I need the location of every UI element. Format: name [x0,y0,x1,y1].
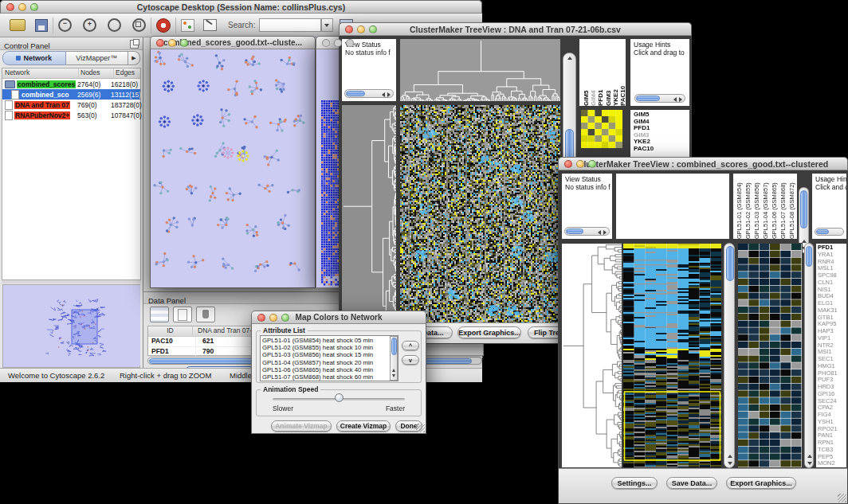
network-name: combined_scores [17,80,76,88]
speed-slider-thumb[interactable] [335,393,344,402]
usage-hints-text: Click and drag [815,183,846,191]
row-value: 790 [196,347,214,357]
help-lifering-icon[interactable] [156,18,171,33]
tv2-column-dendrogram[interactable] [615,173,730,240]
dialog-titlebar[interactable]: Map Colors to Network [251,311,426,324]
zoom-fit-icon[interactable] [108,18,121,32]
panel-splitter[interactable] [2,280,141,283]
minimize-button[interactable] [357,25,365,33]
close-button[interactable] [6,3,14,11]
network-view-window: combined_scores_good.txt--cluste... [150,36,316,288]
move-up-button[interactable]: ^ [402,341,419,350]
tv2-usage-hscrollbar[interactable] [815,228,844,236]
tv2-global-vscrollbar[interactable] [804,243,814,468]
zoom-button[interactable] [180,39,188,47]
minimize-button[interactable] [269,314,277,322]
minimize-button[interactable] [168,39,176,47]
tv1-heatmap[interactable] [399,104,561,336]
resize-grip[interactable] [838,494,846,502]
zoom-button[interactable] [281,314,289,322]
save-data-button[interactable]: Save Data... [666,477,717,489]
zoom-selected-icon[interactable] [132,18,146,32]
network-table-row[interactable]: DNA and Tran 07769(0)183728(0) [2,100,140,110]
column-label: GPL51-08 (GSM872) [788,174,795,239]
float-panel-icon[interactable] [130,40,139,49]
tv2-global-heatmap[interactable] [737,243,803,468]
tab-overflow-button[interactable]: ▶ [128,51,140,65]
zoom-button[interactable] [30,3,38,11]
attribute-item[interactable]: GPL51-02 (GSM855) heat shock 10 min [262,344,396,351]
col-edges[interactable]: Edges [114,68,140,78]
tv2-view-status-panel: View Status No status info f [561,173,613,240]
export-graphics-button[interactable]: Export Graphics... [726,477,796,489]
move-down-button[interactable]: v [402,355,419,365]
treeview1-titlebar[interactable]: ClusterMaker TreeView : DNA and Tran 07-… [339,22,692,36]
attribute-list[interactable]: GPL51-01 (GSM854) heat shock 05 minGPL51… [260,335,398,381]
settings-button[interactable]: Settings... [611,477,658,489]
col-nodes[interactable]: Nodes [79,68,114,78]
network-window-titlebar[interactable]: combined_scores_good.txt--cluste... [150,36,316,49]
network-graph-canvas[interactable] [151,49,315,287]
col-network[interactable]: Network [2,68,79,78]
attribute-item[interactable]: GPL51-01 (GSM854) heat shock 05 min [262,337,396,344]
network-edges: 183728(0) [111,101,142,109]
close-button[interactable] [156,39,164,47]
network-overview-canvas[interactable] [3,285,140,365]
treeview1-title: ClusterMaker TreeView : DNA and Tran 07-… [351,25,680,34]
tab-vizmapper[interactable]: VizMapper™ [66,51,129,65]
gene-label[interactable]: MON2 [818,460,846,467]
annotation-icon[interactable] [203,19,217,31]
tv2-row-dendrogram[interactable] [561,243,622,468]
close-button[interactable] [564,160,572,168]
network-overview-icon[interactable] [181,19,194,32]
attribute-list-vscrollbar[interactable] [390,336,398,381]
zoom-button[interactable] [369,25,377,33]
minimize-button[interactable] [18,3,26,11]
attribute-item[interactable]: GPL51-07 (GSM868) heat shock 60 min [262,373,396,381]
tv1-column-dendrogram[interactable] [399,38,561,102]
create-vizmap-button[interactable]: Create Vizmap [336,420,391,432]
tv1-status-hscrollbar[interactable] [344,89,394,98]
attribute-item[interactable]: GPL51-03 (GSM856) heat shock 15 min [262,351,396,358]
network-table-row[interactable]: combined_scores2764(0)16218(0) [2,79,140,89]
tv2-column-labels: GPL51-01 (GSM854)GPL51-02 (GSM855)GPL51-… [732,173,798,240]
window-controls[interactable] [6,3,38,11]
tv1-summary-matrix[interactable] [580,109,623,149]
close-button[interactable] [322,39,330,47]
attribute-item[interactable]: GPL51-04 (GSM857) heat shock 20 min [262,359,396,366]
close-button[interactable] [257,314,265,322]
animate-vizmap-button[interactable]: Animate Vizmap [271,420,332,432]
tv2-button-bar: Settings... Save Data... Export Graphics… [559,468,847,503]
save-icon[interactable] [35,19,48,32]
minimize-button[interactable] [576,160,584,168]
close-button[interactable] [345,25,353,33]
search-dropdown-icon[interactable] [321,18,333,32]
export-graphics-button[interactable]: Export Graphics... [457,326,521,338]
attribute-item[interactable]: GPL51-07 (GSM868) heat shock 60 min [262,381,396,381]
tv2-gene-labels: PFD1YRA1RNR4MSL1SPC98CLN1NIS1BUD4ELG1MAK… [815,243,847,468]
tv2-heatmap[interactable] [622,243,722,468]
zoom-out-icon[interactable]: − [58,18,72,32]
zoom-in-icon[interactable]: + [83,18,96,32]
new-attribute-icon[interactable] [173,307,192,322]
main-titlebar[interactable]: Cytoscape Desktop (Session Name: collins… [0,0,482,14]
zoom-button[interactable] [346,39,354,47]
resize-grip[interactable] [416,424,425,432]
tv1-usage-hscrollbar[interactable] [634,94,685,103]
tv1-row-dendrogram[interactable] [341,104,397,336]
search-input[interactable] [259,18,321,32]
treeview2-titlebar[interactable]: ClusterMaker TreeView : combined_scores_… [558,157,848,170]
row-id: PFD1 [148,347,196,357]
zoom-button[interactable] [588,160,596,168]
network-table-row[interactable]: combined_sco2569(6)13112(15) [2,89,140,100]
attribute-grid-icon[interactable] [150,307,169,322]
attribute-item[interactable]: GPL51-06 (GSM865) heat shock 40 min [262,366,396,373]
tab-network[interactable]: Network [2,51,66,65]
tv2-heatmap-vscrollbar[interactable] [724,243,735,468]
datacol-id[interactable]: ID [148,326,193,336]
delete-attribute-icon[interactable] [196,307,215,322]
tv2-status-hscrollbar[interactable] [564,227,610,236]
open-file-icon[interactable] [10,19,26,31]
network-table-row[interactable]: RNAPuberNov2+563(0)107847(0) [2,110,140,120]
minimize-button[interactable] [334,39,342,47]
